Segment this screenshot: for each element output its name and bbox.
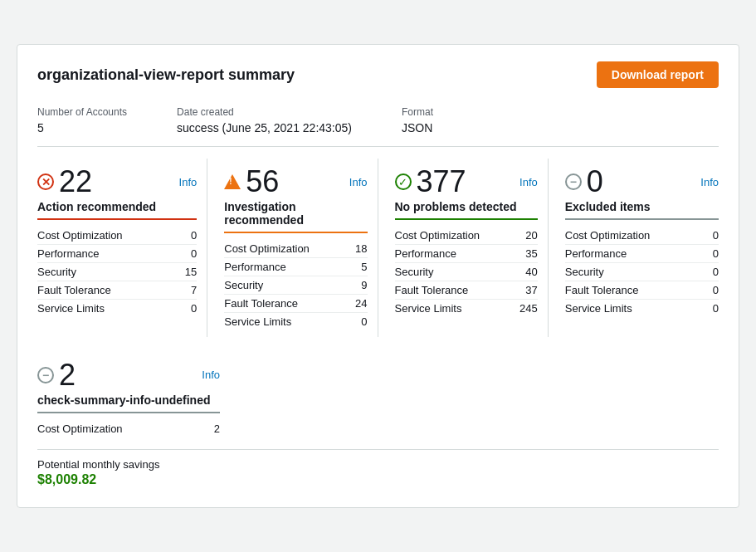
stat-row: Security 15: [37, 263, 197, 281]
savings-label: Potential monthly savings: [37, 458, 719, 471]
stat-row-name: Performance: [395, 247, 456, 260]
stat-row: Cost Optimization 20: [395, 227, 538, 245]
minus-circle-icon: −: [37, 367, 54, 383]
savings-section: Potential monthly savings $8,009.82: [37, 449, 719, 487]
stat-row-name: Fault Tolerance: [224, 297, 298, 310]
report-card: organizational-view-report summary Downl…: [17, 44, 739, 507]
stat-row-value: 35: [525, 247, 537, 260]
stat-row: Cost Optimization 18: [224, 240, 367, 258]
stat-row: Service Limits 0: [224, 313, 367, 330]
stat-icon-num: 56: [224, 165, 279, 198]
stat-row-name: Cost Optimization: [224, 242, 310, 255]
savings-value: $8,009.82: [37, 472, 719, 487]
stat-row-value: 0: [361, 315, 367, 328]
page-title: organizational-view-report summary: [37, 66, 295, 84]
stat-label: Excluded items: [565, 200, 719, 220]
stat-icon-num: − 0: [565, 165, 603, 198]
stat-row: Fault Tolerance 24: [224, 295, 367, 313]
stat-row: Security 0: [565, 263, 719, 281]
stat-row-value: 37: [525, 284, 537, 296]
stat-row: Security 40: [395, 263, 538, 281]
stat-row: Cost Optimization 0: [565, 227, 719, 245]
stat-row-name: Service Limits: [37, 302, 105, 315]
stat-block-2: ✓ 377 Info No problems detected Cost Opt…: [378, 159, 549, 337]
stat-row-name: Performance: [565, 247, 627, 260]
stat-row-name: Performance: [224, 261, 285, 273]
circle-x-icon: ✕: [37, 173, 54, 190]
date-label: Date created: [177, 106, 352, 118]
stat-row-name: Fault Tolerance: [37, 284, 111, 296]
stat-row-value: 0: [713, 284, 719, 296]
date-meta: Date created success (June 25, 2021 22:4…: [177, 106, 352, 134]
stat-row-name: Security: [565, 266, 604, 278]
stat-row-name: Performance: [37, 247, 99, 260]
format-value: JSON: [402, 121, 433, 134]
stat-row-value: 0: [191, 229, 197, 242]
stat-header: − 2 Info: [37, 359, 220, 392]
stat-row-name: Fault Tolerance: [395, 284, 469, 296]
stat-number: 2: [59, 359, 76, 392]
stat-row-value: 0: [713, 247, 719, 260]
stat-row-value: 245: [519, 302, 538, 315]
info-link[interactable]: Info: [179, 176, 198, 188]
stat-label: Action recommended: [37, 200, 197, 220]
date-value: success (June 25, 2021 22:43:05): [177, 121, 352, 134]
stat-row: Performance 35: [395, 245, 538, 263]
stat-row: Security 9: [224, 276, 367, 295]
stat-row: Performance 0: [37, 245, 197, 263]
stat-header: ✓ 377 Info: [395, 165, 538, 198]
stat-row: Fault Tolerance 7: [37, 281, 197, 300]
stat-row-value: 0: [713, 229, 719, 242]
stat-row-value: 24: [355, 297, 367, 310]
minus-circle-icon: −: [565, 173, 582, 190]
stat-row-name: Security: [395, 266, 434, 278]
stat-row: Cost Optimization 2: [37, 420, 220, 437]
stat-row-name: Security: [224, 279, 263, 291]
stat-number: 377: [417, 165, 466, 198]
stat-row-name: Service Limits: [565, 302, 632, 315]
stat-header: 56 Info: [224, 165, 367, 198]
info-link[interactable]: Info: [700, 176, 719, 188]
stat-icon-num: ✓ 377: [395, 165, 466, 198]
stat-row: Service Limits 245: [395, 300, 538, 317]
format-meta: Format JSON: [402, 106, 433, 134]
stats-grid: ✕ 22 Info Action recommended Cost Optimi…: [37, 159, 719, 337]
stat-row: Service Limits 0: [565, 300, 719, 317]
format-label: Format: [402, 106, 433, 118]
stat-row-name: Security: [37, 266, 76, 278]
stat-row-value: 40: [525, 266, 537, 278]
stat-row-name: Cost Optimization: [37, 229, 123, 242]
stat-row: Fault Tolerance 37: [395, 281, 538, 300]
stat-row: Cost Optimization 0: [37, 227, 197, 245]
stat-number: 56: [246, 165, 279, 198]
stat-row-value: 20: [525, 229, 537, 242]
stat-row-name: Fault Tolerance: [565, 284, 639, 296]
triangle-icon: [224, 174, 241, 189]
stat-row-value: 0: [191, 247, 197, 260]
bottom-section: − 2 Info check-summary-info-undefined Co…: [37, 352, 719, 487]
accounts-meta: Number of Accounts 5: [37, 106, 127, 134]
stat-row-name: Service Limits: [395, 302, 462, 315]
stat-label: Investigation recommended: [224, 200, 367, 233]
info-link[interactable]: Info: [519, 176, 538, 188]
meta-row: Number of Accounts 5 Date created succes…: [37, 98, 719, 147]
stat-icon-num: ✕ 22: [37, 165, 92, 198]
info-link[interactable]: Info: [202, 369, 220, 381]
check-icon: ✓: [395, 173, 412, 190]
stat-row-value: 0: [713, 302, 719, 315]
stat-row-value: 9: [361, 279, 367, 291]
stat-icon-num: − 2: [37, 359, 76, 392]
stat-number: 22: [59, 165, 92, 198]
stat-row-value: 2: [214, 423, 220, 435]
stat-row-value: 7: [191, 284, 197, 296]
stat-row-name: Cost Optimization: [565, 229, 651, 242]
stat-header: − 0 Info: [565, 165, 719, 198]
accounts-value: 5: [37, 121, 127, 134]
info-link[interactable]: Info: [349, 176, 368, 188]
download-report-button[interactable]: Download report: [597, 61, 719, 88]
bottom-stat-block: − 2 Info check-summary-info-undefined Co…: [37, 359, 220, 437]
stat-label: No problems detected: [395, 200, 538, 220]
stat-row-name: Cost Optimization: [395, 229, 480, 242]
stat-row-value: 0: [191, 302, 197, 315]
stat-row-value: 18: [355, 242, 367, 255]
